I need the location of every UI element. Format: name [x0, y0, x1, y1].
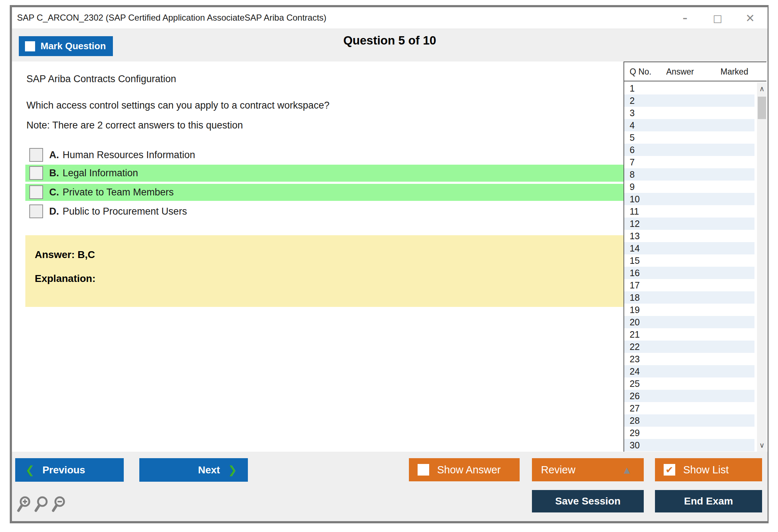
question-list-row[interactable]: 15: [624, 254, 754, 267]
scrollbar[interactable]: ∧ ∨: [757, 82, 767, 452]
checkmark-icon: ✔: [665, 465, 673, 474]
mark-question-label: Mark Question: [41, 41, 106, 52]
review-label: Review: [541, 464, 575, 476]
option-checkbox[interactable]: [29, 204, 43, 218]
column-qno: Q No.: [630, 67, 651, 77]
mark-question-checkbox[interactable]: [25, 41, 35, 51]
column-marked: Marked: [720, 67, 748, 77]
question-list-row[interactable]: 13: [624, 230, 754, 242]
option-label: A.Human Resources Information: [49, 147, 195, 164]
question-list-row[interactable]: 24: [624, 365, 754, 377]
option-d[interactable]: D.Public to Procurement Users: [25, 203, 627, 220]
next-button[interactable]: Next ❯: [139, 458, 248, 482]
question-list-row[interactable]: 19: [624, 304, 754, 316]
header-band: Question 5 of 10 Mark Question: [12, 29, 768, 62]
question-list-row[interactable]: 7: [624, 156, 754, 168]
title-bar: SAP C_ARCON_2302 (SAP Certified Applicat…: [12, 7, 768, 29]
option-label: D.Public to Procurement Users: [49, 203, 187, 220]
question-list-row[interactable]: 8: [624, 168, 754, 181]
option-label: C.Private to Team Members: [49, 184, 174, 201]
exam-app: SAP C_ARCON_2302 (SAP Certified Applicat…: [0, 0, 778, 532]
show-answer-button[interactable]: Show Answer: [409, 458, 520, 481]
question-text: Which access control settings can you ap…: [26, 100, 329, 111]
footer-bar: ❮ Previous Next ❯: [12, 452, 768, 521]
zoom-reset-icon[interactable]: [34, 496, 48, 512]
zoom-controls: [17, 496, 66, 512]
show-answer-checkbox[interactable]: [418, 464, 429, 476]
scrollbar-thumb[interactable]: [758, 97, 766, 119]
option-checkbox[interactable]: [29, 148, 43, 162]
show-list-label: Show List: [683, 464, 729, 476]
minimize-icon[interactable]: –: [675, 7, 695, 29]
maximize-icon[interactable]: □: [707, 7, 728, 29]
previous-button[interactable]: ❮ Previous: [15, 458, 124, 482]
question-list-row[interactable]: 18: [624, 291, 754, 304]
question-list-row[interactable]: 12: [624, 218, 754, 230]
question-list-row[interactable]: 2: [624, 94, 754, 107]
review-button[interactable]: Review ▲: [532, 458, 644, 481]
answer-explanation-box: Answer: B,C Explanation:: [25, 235, 627, 307]
question-list-row[interactable]: 16: [624, 267, 754, 279]
question-list-row[interactable]: 4: [624, 119, 754, 131]
scroll-up-icon[interactable]: ∧: [757, 83, 767, 94]
question-list-row[interactable]: 3: [624, 107, 754, 119]
question-list-row[interactable]: 6: [624, 144, 754, 156]
question-list-row[interactable]: 30: [624, 439, 754, 451]
question-list-row[interactable]: 20: [624, 316, 754, 328]
question-note: Note: There are 2 correct answers to thi…: [26, 120, 243, 131]
question-list-row[interactable]: 14: [624, 242, 754, 254]
option-label: B.Legal Information: [49, 165, 138, 182]
option-c[interactable]: C.Private to Team Members: [25, 184, 627, 201]
question-list-row[interactable]: 9: [624, 181, 754, 193]
scroll-down-icon[interactable]: ∨: [757, 439, 767, 451]
zoom-in-icon[interactable]: [17, 496, 31, 512]
question-list-row[interactable]: 10: [624, 193, 754, 205]
chevron-left-icon: ❮: [25, 464, 34, 476]
save-session-button[interactable]: Save Session: [532, 490, 644, 512]
question-topic: SAP Ariba Contracts Configuration: [26, 73, 176, 85]
question-list-row[interactable]: 21: [624, 328, 754, 341]
question-rows: 1234567891011121314151617181920212223242…: [624, 82, 754, 452]
question-list-row[interactable]: 25: [624, 377, 754, 390]
question-list-row[interactable]: 5: [624, 131, 754, 144]
question-list-row[interactable]: 11: [624, 205, 754, 218]
end-exam-label: End Exam: [684, 495, 733, 507]
question-counter: Question 5 of 10: [12, 34, 768, 47]
question-list-panel: Q No. Answer Marked 12345678910111213141…: [623, 62, 766, 452]
question-list-header: Q No. Answer Marked: [624, 62, 766, 81]
close-icon[interactable]: ✕: [740, 7, 760, 29]
question-list-row[interactable]: 28: [624, 414, 754, 427]
question-list-row[interactable]: 23: [624, 353, 754, 365]
zoom-out-icon[interactable]: [51, 496, 66, 512]
column-answer: Answer: [666, 67, 694, 77]
chevron-right-icon: ❯: [228, 464, 237, 476]
explanation-label: Explanation:: [35, 273, 96, 284]
question-list-row[interactable]: 29: [624, 427, 754, 439]
option-checkbox[interactable]: [29, 185, 43, 199]
option-b[interactable]: B.Legal Information: [25, 165, 627, 182]
question-list-row[interactable]: 1: [624, 82, 754, 94]
show-list-button[interactable]: ✔ Show List: [655, 458, 762, 481]
previous-label: Previous: [42, 464, 85, 476]
show-answer-label: Show Answer: [437, 464, 501, 476]
question-list-row[interactable]: 22: [624, 341, 754, 353]
option-a[interactable]: A.Human Resources Information: [25, 147, 627, 164]
triangle-up-icon: ▲: [624, 465, 630, 474]
question-list-row[interactable]: 27: [624, 402, 754, 414]
save-session-label: Save Session: [555, 495, 621, 507]
question-list-row[interactable]: 17: [624, 279, 754, 291]
end-exam-button[interactable]: End Exam: [655, 490, 762, 512]
next-label: Next: [198, 464, 220, 476]
show-list-checkbox[interactable]: ✔: [664, 464, 675, 476]
mark-question-button[interactable]: Mark Question: [19, 36, 113, 56]
option-checkbox[interactable]: [29, 166, 43, 180]
answer-label: Answer: B,C: [35, 249, 95, 261]
question-list-row[interactable]: 26: [624, 390, 754, 402]
window-title: SAP C_ARCON_2302 (SAP Certified Applicat…: [17, 13, 326, 23]
